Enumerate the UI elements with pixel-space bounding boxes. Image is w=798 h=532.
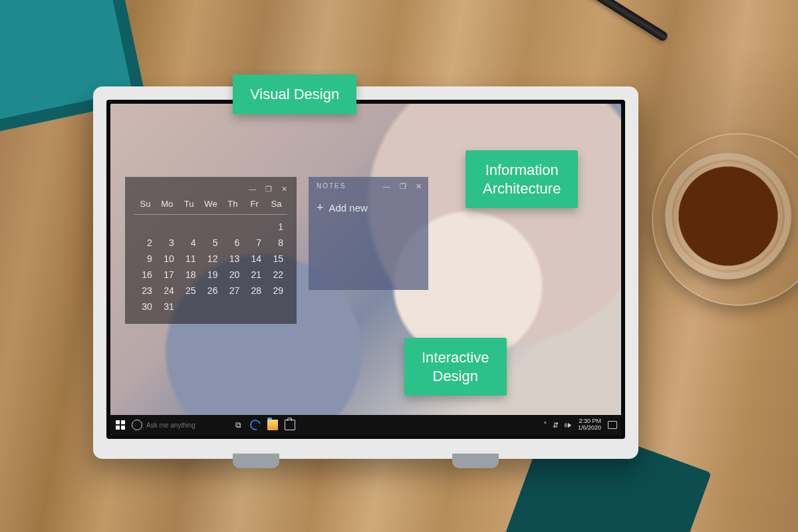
edge-browser-icon[interactable] bbox=[250, 420, 261, 430]
microsoft-store-icon[interactable] bbox=[285, 420, 295, 430]
calendar-day-cell bbox=[243, 219, 265, 235]
calendar-day-cell[interactable]: 19 bbox=[200, 267, 222, 283]
minimize-icon[interactable]: — bbox=[249, 185, 256, 194]
search-input[interactable] bbox=[146, 422, 219, 429]
calendar-week-row: 1 bbox=[134, 219, 287, 235]
calendar-week-row: 23242526272829 bbox=[134, 283, 287, 299]
calendar-day-cell[interactable]: 4 bbox=[178, 235, 200, 251]
laptop: — ❐ ✕ SuMoTuWeThFrSa 1234567891011121314… bbox=[93, 86, 638, 459]
tag-information-architecture: InformationArchitecture bbox=[466, 150, 578, 208]
calendar-widget[interactable]: — ❐ ✕ SuMoTuWeThFrSa 1234567891011121314… bbox=[125, 177, 297, 324]
calendar-day-cell bbox=[265, 299, 287, 315]
calendar-day-cell bbox=[134, 219, 156, 235]
calendar-week-row: 3031 bbox=[134, 299, 287, 315]
calendar-day-cell[interactable]: 26 bbox=[200, 283, 222, 299]
tray-expand-icon[interactable]: ˄ bbox=[543, 421, 547, 430]
task-view-icon[interactable]: ⧉ bbox=[233, 420, 243, 430]
volume-icon[interactable]: 🕪 bbox=[564, 421, 571, 430]
weekday-label: Fr bbox=[243, 199, 265, 209]
tea-cup-decor bbox=[665, 153, 791, 279]
maximize-icon[interactable]: ❐ bbox=[400, 182, 406, 191]
desk-scene: — ❐ ✕ SuMoTuWeThFrSa 1234567891011121314… bbox=[0, 0, 798, 532]
taskbar-clock[interactable]: 2:30 PM 1/6/2020 bbox=[578, 418, 601, 432]
cortana-icon[interactable] bbox=[132, 420, 142, 430]
calendar-day-cell bbox=[221, 299, 243, 315]
calendar-week-row: 9101112131415 bbox=[134, 251, 287, 267]
calendar-day-cell[interactable]: 17 bbox=[156, 267, 178, 283]
laptop-hinge bbox=[452, 454, 499, 468]
calendar-day-cell[interactable]: 11 bbox=[178, 251, 200, 267]
calendar-day-cell[interactable]: 2 bbox=[134, 235, 156, 251]
minimize-icon[interactable]: — bbox=[383, 182, 390, 191]
calendar-day-cell[interactable]: 10 bbox=[156, 251, 178, 267]
calendar-day-cell[interactable]: 28 bbox=[243, 283, 265, 299]
calendar-day-cell bbox=[200, 299, 222, 315]
calendar-grid[interactable]: 1234567891011121314151617181920212223242… bbox=[134, 219, 287, 315]
calendar-day-cell[interactable]: 18 bbox=[178, 267, 200, 283]
calendar-day-cell[interactable]: 31 bbox=[156, 299, 178, 315]
maximize-icon[interactable]: ❐ bbox=[265, 185, 272, 194]
calendar-day-cell[interactable]: 27 bbox=[221, 283, 243, 299]
pen-decor bbox=[535, 0, 669, 43]
calendar-weekday-header: SuMoTuWeThFrSa bbox=[134, 199, 287, 215]
calendar-day-cell[interactable]: 5 bbox=[200, 235, 222, 251]
action-center-icon[interactable] bbox=[608, 421, 617, 429]
weekday-label: We bbox=[200, 199, 222, 209]
tag-visual-design: Visual Design bbox=[233, 74, 356, 114]
plus-icon: + bbox=[317, 201, 324, 213]
calendar-day-cell bbox=[200, 219, 222, 235]
close-icon[interactable]: ✕ bbox=[281, 185, 287, 194]
calendar-day-cell[interactable]: 23 bbox=[134, 283, 156, 299]
calendar-day-cell[interactable]: 21 bbox=[243, 267, 265, 283]
notes-widget[interactable]: NOTES — ❐ ✕ + Add new bbox=[309, 177, 428, 290]
add-note-button[interactable]: + Add new bbox=[317, 201, 420, 213]
calendar-day-cell[interactable]: 25 bbox=[178, 283, 200, 299]
calendar-week-row: 2345678 bbox=[134, 235, 287, 251]
calendar-day-cell[interactable]: 16 bbox=[134, 267, 156, 283]
weekday-label: Th bbox=[221, 199, 243, 209]
weekday-label: Tu bbox=[178, 199, 200, 209]
weekday-label: Mo bbox=[156, 199, 178, 209]
weekday-label: Su bbox=[134, 199, 156, 209]
calendar-day-cell[interactable]: 9 bbox=[134, 251, 156, 267]
tag-interactive-design: InteractiveDesign bbox=[404, 338, 507, 396]
calendar-day-cell[interactable]: 3 bbox=[156, 235, 178, 251]
calendar-day-cell[interactable]: 29 bbox=[265, 283, 287, 299]
calendar-day-cell bbox=[243, 299, 265, 315]
calendar-day-cell[interactable]: 8 bbox=[265, 235, 287, 251]
weekday-label: Sa bbox=[265, 199, 287, 209]
calendar-day-cell bbox=[178, 219, 200, 235]
calendar-day-cell bbox=[156, 219, 178, 235]
calendar-week-row: 16171819202122 bbox=[134, 267, 287, 283]
system-tray[interactable]: ˄ ⇵ 🕪 bbox=[543, 421, 571, 430]
calendar-day-cell[interactable]: 22 bbox=[265, 267, 287, 283]
calendar-day-cell[interactable]: 1 bbox=[265, 219, 287, 235]
clock-date: 1/6/2020 bbox=[578, 425, 601, 432]
calendar-day-cell[interactable]: 6 bbox=[221, 235, 243, 251]
calendar-day-cell[interactable]: 14 bbox=[243, 251, 265, 267]
start-button[interactable] bbox=[113, 418, 128, 432]
calendar-day-cell[interactable]: 7 bbox=[243, 235, 265, 251]
calendar-day-cell[interactable]: 12 bbox=[200, 251, 222, 267]
close-icon[interactable]: ✕ bbox=[416, 182, 422, 191]
laptop-hinge bbox=[233, 454, 279, 468]
add-note-label: Add new bbox=[329, 202, 368, 213]
calendar-day-cell bbox=[221, 219, 243, 235]
file-explorer-icon[interactable] bbox=[267, 420, 278, 430]
network-icon[interactable]: ⇵ bbox=[553, 421, 559, 430]
calendar-day-cell[interactable]: 20 bbox=[221, 267, 243, 283]
calendar-day-cell bbox=[178, 299, 200, 315]
calendar-day-cell[interactable]: 30 bbox=[134, 299, 156, 315]
calendar-day-cell[interactable]: 15 bbox=[265, 251, 287, 267]
calendar-day-cell[interactable]: 13 bbox=[221, 251, 243, 267]
calendar-day-cell[interactable]: 24 bbox=[156, 283, 178, 299]
taskbar[interactable]: ⧉ ˄ ⇵ 🕪 2:30 PM 1/6/2020 bbox=[110, 415, 621, 435]
